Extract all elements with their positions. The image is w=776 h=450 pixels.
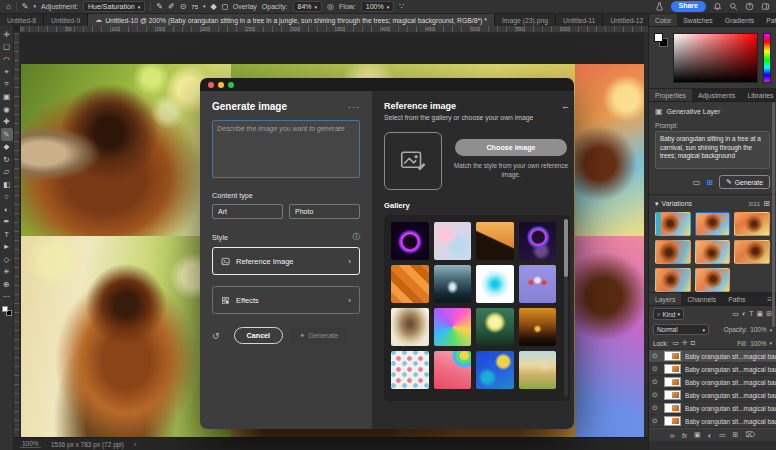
gallery-item-building-sketch[interactable]: [391, 308, 429, 346]
gallery-item-dark-sunset[interactable]: [519, 308, 557, 346]
pen-tool[interactable]: ✒: [1, 216, 13, 229]
layer-row-6[interactable]: ⊙ Baby orangutan sit...magical backgroun…: [649, 415, 776, 428]
foreground-background-colors[interactable]: [2, 306, 12, 316]
tab-image-23[interactable]: Image (23).png: [495, 14, 556, 26]
opacity-dropdown[interactable]: 84% ▾: [293, 1, 323, 12]
shape-tool[interactable]: ◇: [1, 253, 13, 266]
layer-row-4[interactable]: ⊙ Baby orangutan sit...magical backgroun…: [649, 389, 776, 402]
share-button[interactable]: Share: [671, 1, 706, 12]
chevron-down-icon[interactable]: ▾: [769, 340, 772, 346]
gallery-item-orange-geometric[interactable]: [391, 265, 429, 303]
gallery-item-windmill-village[interactable]: [519, 351, 557, 389]
close-window-button[interactable]: [208, 82, 214, 88]
tab-color[interactable]: Color: [649, 14, 677, 26]
variation-thumb-7[interactable]: [655, 268, 691, 292]
blend-mode-dropdown[interactable]: Normal ▾: [653, 324, 709, 335]
healing-brush-tool[interactable]: ✚: [1, 116, 13, 129]
variation-thumb-2[interactable]: [695, 212, 731, 236]
minimize-window-button[interactable]: [218, 82, 224, 88]
brush-tool-icon[interactable]: ✎: [22, 3, 29, 11]
gallery-scrollbar-thumb[interactable]: [564, 219, 568, 277]
new-layer-icon[interactable]: ⊞: [733, 431, 739, 439]
reference-image-placeholder[interactable]: [384, 132, 442, 190]
filter-adjustment-icon[interactable]: ◐: [742, 310, 746, 318]
canvas-image-orangutan-right[interactable]: [575, 64, 648, 437]
choose-image-button[interactable]: Choose image: [455, 139, 567, 156]
content-type-art[interactable]: Art: [212, 204, 283, 219]
marquee-tool[interactable]: ▢: [1, 41, 13, 54]
airbrush-icon[interactable]: ∵: [399, 3, 404, 11]
reset-icon[interactable]: ↺: [212, 331, 220, 341]
variation-thumb-5[interactable]: [695, 240, 731, 264]
chevron-down-icon[interactable]: ▾: [203, 4, 206, 9]
filter-shape-icon[interactable]: ▣: [757, 310, 764, 318]
layer-thumbnail[interactable]: [664, 416, 681, 426]
foreground-color-chip[interactable]: [654, 33, 663, 42]
brush-mode-icon[interactable]: ✎: [156, 3, 163, 11]
home-icon[interactable]: ⌂: [6, 3, 11, 11]
layer-visibility-icon[interactable]: ⊙: [652, 352, 660, 360]
tab-paths[interactable]: Paths: [722, 293, 751, 305]
brush-size-value[interactable]: 75: [191, 4, 198, 10]
gallery-item-moonlit-valley[interactable]: [476, 308, 514, 346]
gallery-scrollbar[interactable]: [564, 219, 568, 397]
generate-button-disabled[interactable]: ✦ Generate: [291, 328, 346, 344]
layer-visibility-icon[interactable]: ⊙: [652, 404, 660, 412]
new-group-icon[interactable]: ▭: [719, 431, 726, 439]
lasso-tool[interactable]: ◠: [1, 53, 13, 66]
gallery-item-pastel-clouds[interactable]: [434, 222, 472, 260]
pen-mode-icon[interactable]: ✐: [168, 3, 175, 11]
more-options-icon[interactable]: ···: [348, 102, 360, 112]
tab-untitled-8[interactable]: Untitled-8: [0, 14, 44, 26]
move-tool[interactable]: ✛: [1, 28, 13, 41]
content-type-photo[interactable]: Photo: [289, 204, 360, 219]
generate-button[interactable]: ✎ Generate: [719, 175, 770, 189]
tab-swatches[interactable]: Swatches: [677, 14, 718, 26]
variation-thumb-6[interactable]: [734, 240, 770, 264]
blur-tool[interactable]: ○: [1, 191, 13, 204]
gallery-item-neon-ring-magenta[interactable]: [391, 222, 429, 260]
layer-filter-dropdown[interactable]: ⌕ Kind ▾: [653, 308, 684, 320]
crop-tool[interactable]: ⌗: [1, 78, 13, 91]
tab-libraries[interactable]: Libraries: [741, 89, 776, 101]
back-arrow-icon[interactable]: ←: [561, 101, 570, 111]
brush-tool[interactable]: ✎: [1, 128, 13, 141]
filter-type-icon[interactable]: T: [749, 310, 753, 318]
info-icon[interactable]: ⓘ: [353, 232, 361, 242]
overlay-checkbox[interactable]: [222, 4, 228, 10]
workspace-icon[interactable]: [761, 2, 770, 11]
beaker-icon[interactable]: [655, 2, 664, 11]
gallery-item-neon-ring-portrait[interactable]: [519, 222, 557, 260]
chevron-down-icon[interactable]: ▾: [769, 327, 772, 333]
frame-tool[interactable]: ▣: [1, 91, 13, 104]
lock-transparent-icon[interactable]: ▭: [672, 339, 679, 347]
status-chevron-icon[interactable]: ›: [134, 441, 136, 448]
hand-tool[interactable]: ✳: [1, 266, 13, 279]
layer-thumbnail[interactable]: [664, 403, 681, 413]
dodge-tool[interactable]: ◐: [1, 203, 13, 216]
adjustment-dropdown[interactable]: Hue/Saturation ▾: [83, 1, 145, 12]
zoom-tool[interactable]: ⊕: [1, 278, 13, 291]
gallery-item-iceberg-arch[interactable]: [434, 265, 472, 303]
tab-patterns[interactable]: Patterns: [760, 14, 776, 26]
document-tab-active[interactable]: ☁ Untitled-10 @ 200% (Baby orangutan sit…: [88, 14, 495, 26]
layer-thumbnail[interactable]: [664, 351, 681, 361]
layer-row-2[interactable]: ⊙ Baby orangutan sit...magical backgroun…: [649, 363, 776, 376]
more-tools[interactable]: ⋯: [1, 291, 13, 304]
tab-layers[interactable]: Layers: [649, 293, 681, 305]
reference-image-icon[interactable]: ▭: [693, 178, 701, 187]
variation-thumb-4[interactable]: [655, 240, 691, 264]
gallery-item-cyan-swirl[interactable]: [476, 265, 514, 303]
type-tool[interactable]: T: [1, 228, 13, 241]
fill-value[interactable]: 100%: [750, 340, 766, 347]
history-brush-tool[interactable]: ↻: [1, 153, 13, 166]
pressure-icon[interactable]: ◎: [327, 3, 334, 11]
eyedropper-tool[interactable]: ◉: [1, 103, 13, 116]
opacity-value[interactable]: 100%: [750, 326, 766, 333]
prompt-text-field[interactable]: Baby orangutan sitting in a tree at a ca…: [655, 131, 770, 169]
layer-row-3[interactable]: ⊙ Baby orangutan sit...magical backgroun…: [649, 376, 776, 389]
bell-icon[interactable]: [713, 2, 722, 11]
tab-adjustments[interactable]: Adjustments: [692, 89, 741, 101]
tab-properties[interactable]: Properties: [649, 89, 692, 101]
brush-preset-icon[interactable]: ⊙: [180, 3, 187, 11]
